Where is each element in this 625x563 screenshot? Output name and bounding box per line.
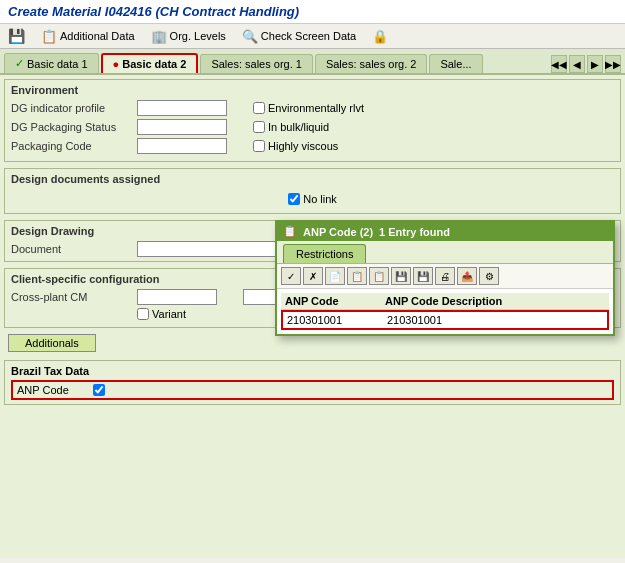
popup-tool-x[interactable]: ✗ [303, 267, 323, 285]
highly-viscous-text: Highly viscous [268, 140, 338, 152]
check-screen-icon: 🔍 [242, 29, 258, 44]
popup-tool-copy2[interactable]: 📋 [369, 267, 389, 285]
title-bar: Create Material I042416 (CH Contract Han… [0, 0, 625, 24]
additional-data-label: Additional Data [60, 30, 135, 42]
popup-anp-desc-0: 210301001 [387, 314, 487, 326]
tab-sales-org-1-label: Sales: sales org. 1 [211, 58, 302, 70]
brazil-tax-title: Brazil Tax Data [11, 365, 614, 377]
packaging-code-label: Packaging Code [11, 140, 131, 152]
variant-checkbox[interactable] [137, 308, 149, 320]
popup-table-header: ANP Code ANP Code Description [281, 293, 609, 310]
in-bulk-checkbox[interactable] [253, 121, 265, 133]
environmentally-rlvt-label: Environmentally rlvt [253, 102, 364, 114]
tab-check-icon: ✓ [15, 57, 24, 70]
save-icon: 💾 [8, 28, 25, 44]
popup-anp-code-0: 210301001 [287, 314, 367, 326]
popup-tab-restrictions[interactable]: Restrictions [283, 244, 366, 263]
org-levels-label: Org. Levels [170, 30, 226, 42]
dg-packaging-label: DG Packaging Status [11, 121, 131, 133]
no-link-row: No link [288, 193, 337, 205]
col-header-anp-code: ANP Code [285, 295, 365, 307]
in-bulk-label: In bulk/liquid [253, 121, 329, 133]
popup-tool-export[interactable]: 📤 [457, 267, 477, 285]
anp-row: ANP Code [11, 380, 614, 400]
in-bulk-text: In bulk/liquid [268, 121, 329, 133]
popup-tool-copy1[interactable]: 📋 [347, 267, 367, 285]
packaging-code-input[interactable] [137, 138, 227, 154]
popup-header: 📋 ANP Code (2) 1 Entry found [277, 222, 613, 241]
additionals-container: Additionals [4, 334, 621, 356]
popup-tabs: Restrictions [277, 241, 613, 264]
lock-icon: 🔒 [372, 29, 388, 44]
dg-indicator-input[interactable] [137, 100, 227, 116]
toolbar-check-screen-data[interactable]: 🔍 Check Screen Data [242, 29, 356, 44]
no-link-container: No link [11, 189, 614, 209]
popup-tool-settings[interactable]: ⚙ [479, 267, 499, 285]
dg-packaging-input[interactable] [137, 119, 227, 135]
no-link-checkbox[interactable] [288, 193, 300, 205]
environmentally-rlvt-checkbox[interactable] [253, 102, 265, 114]
variant-label-text: Variant [152, 308, 186, 320]
document-label: Document [11, 243, 131, 255]
design-documents-section: Design documents assigned No link [4, 168, 621, 214]
main-content: Environment DG indicator profile Environ… [0, 75, 625, 558]
toolbar-lock[interactable]: 🔒 [372, 29, 388, 44]
tab-basic-data-1[interactable]: ✓ Basic data 1 [4, 53, 99, 73]
additionals-button[interactable]: Additionals [8, 334, 96, 352]
brazil-tax-section: Brazil Tax Data ANP Code [4, 360, 621, 405]
col-header-anp-desc: ANP Code Description [385, 295, 502, 307]
tab-basic-data-1-label: Basic data 1 [27, 58, 88, 70]
popup-header-icon: 📋 [283, 225, 297, 238]
popup-table-row-0[interactable]: 210301001 210301001 [281, 310, 609, 330]
highly-viscous-checkbox[interactable] [253, 140, 265, 152]
dg-indicator-row: DG indicator profile Environmentally rlv… [11, 100, 614, 116]
tab-sale-more-label: Sale... [440, 58, 471, 70]
toolbar-org-levels[interactable]: 🏢 Org. Levels [151, 29, 226, 44]
tab-sales-org-2[interactable]: Sales: sales org. 2 [315, 54, 428, 73]
toolbar-additional-data[interactable]: 📋 Additional Data [41, 29, 135, 44]
tab-nav-next[interactable]: ▶ [587, 55, 603, 73]
tab-nav-next-next[interactable]: ▶▶ [605, 55, 621, 73]
environment-section: Environment DG indicator profile Environ… [4, 79, 621, 162]
tab-nav: ◀◀ ◀ ▶ ▶▶ [551, 55, 621, 73]
check-screen-label: Check Screen Data [261, 30, 356, 42]
additional-data-icon: 📋 [41, 29, 57, 44]
tabs-row: ✓ Basic data 1 ● Basic data 2 Sales: sal… [0, 49, 625, 75]
dg-packaging-row: DG Packaging Status In bulk/liquid [11, 119, 614, 135]
cross-plant-label: Cross-plant CM [11, 291, 131, 303]
anp-code-checkbox[interactable] [93, 384, 105, 396]
tab-sale-more[interactable]: Sale... [429, 54, 482, 73]
packaging-code-row: Packaging Code Highly viscous [11, 138, 614, 154]
title-text: Create Material I042416 (CH Contract Han… [8, 4, 299, 19]
org-levels-icon: 🏢 [151, 29, 167, 44]
toolbar-save-icon[interactable]: 💾 [8, 28, 25, 44]
popup-tool-save1[interactable]: 💾 [391, 267, 411, 285]
popup-tool-print[interactable]: 🖨 [435, 267, 455, 285]
anp-code-label: ANP Code [17, 384, 87, 396]
design-docs-title: Design documents assigned [11, 173, 614, 185]
dg-indicator-label: DG indicator profile [11, 102, 131, 114]
tab-nav-prev-prev[interactable]: ◀◀ [551, 55, 567, 73]
tab-nav-prev[interactable]: ◀ [569, 55, 585, 73]
popup-title: ANP Code (2) [303, 226, 373, 238]
popup-tool-save2[interactable]: 💾 [413, 267, 433, 285]
variant-checkbox-label: Variant [137, 308, 186, 320]
popup-content: ANP Code ANP Code Description 210301001 … [277, 289, 613, 334]
tab-sales-org-1[interactable]: Sales: sales org. 1 [200, 54, 313, 73]
environmentally-rlvt-text: Environmentally rlvt [268, 102, 364, 114]
cross-plant-input[interactable] [137, 289, 217, 305]
environment-title: Environment [11, 84, 614, 96]
popup-subtitle: 1 Entry found [379, 226, 450, 238]
tab-basic-data-2-label: Basic data 2 [122, 58, 186, 70]
document-input[interactable] [137, 241, 277, 257]
tab-sales-org-2-label: Sales: sales org. 2 [326, 58, 417, 70]
highly-viscous-label: Highly viscous [253, 140, 338, 152]
toolbar: 💾 📋 Additional Data 🏢 Org. Levels 🔍 Chec… [0, 24, 625, 49]
tab-basic-data-2[interactable]: ● Basic data 2 [101, 53, 199, 73]
tab-radio-icon: ● [113, 58, 120, 70]
popup-toolbar: ✓ ✗ 📄 📋 📋 💾 💾 🖨 📤 ⚙ [277, 264, 613, 289]
no-link-label: No link [303, 193, 337, 205]
popup-tool-check[interactable]: ✓ [281, 267, 301, 285]
popup-tool-doc1[interactable]: 📄 [325, 267, 345, 285]
anp-popup: 📋 ANP Code (2) 1 Entry found Restriction… [275, 220, 615, 336]
